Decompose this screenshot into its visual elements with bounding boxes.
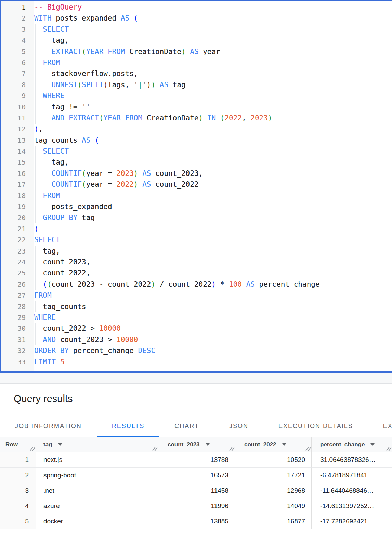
cell-tag: docker <box>36 514 158 529</box>
code-text: AND count_2023 > 10000 <box>34 334 138 345</box>
code-text: tag != '' <box>34 102 90 113</box>
code-line-12[interactable]: 12), <box>1 124 392 134</box>
table-row: 2spring-boot1657317721-6.47818971841… <box>0 468 392 483</box>
tab-execution-details[interactable]: EXECUTION DETAILS <box>263 415 368 437</box>
line-number: 33 <box>1 356 34 367</box>
panel-splitter[interactable] <box>0 373 392 384</box>
column-label: count_2023 <box>168 441 200 448</box>
code-line-7[interactable]: 7 stackoverflow.posts, <box>1 68 392 79</box>
code-line-31[interactable]: 31 AND count_2023 > 10000 <box>1 334 392 345</box>
column-dropdown-icon[interactable] <box>370 443 375 446</box>
column-resize-handle-icon[interactable] <box>30 447 35 451</box>
results-table: Rowtagcount_2023count_2022percent_change… <box>0 437 392 529</box>
cell-count_2022: 12968 <box>235 483 312 498</box>
table-header-row: Rowtagcount_2023count_2022percent_change <box>0 437 392 452</box>
code-line-3[interactable]: 3 SELECT <box>1 24 392 35</box>
code-line-26[interactable]: 26 ((count_2023 - count_2022) / count_20… <box>1 279 392 290</box>
cell-percent_change: -11.6440468846… <box>312 483 392 498</box>
code-text: COUNTIF(year = 2023) AS count_2023, <box>34 168 203 179</box>
code-text: ORDER BY percent_change DESC <box>34 345 155 356</box>
indent-guide <box>35 146 36 157</box>
indent-guide <box>44 35 44 46</box>
code-line-4[interactable]: 4 tag, <box>1 35 392 46</box>
code-line-15[interactable]: 15 tag, <box>1 157 392 168</box>
indent-guide <box>44 201 44 212</box>
code-text: tag, <box>34 157 69 168</box>
tab-job-information[interactable]: JOB INFORMATION <box>0 415 97 437</box>
code-text: stackoverflow.posts, <box>34 68 138 79</box>
indent-guide <box>35 46 36 57</box>
code-text: SELECT <box>34 146 69 157</box>
column-resize-handle-icon[interactable] <box>229 447 234 451</box>
cell-row: 4 <box>0 498 36 514</box>
column-dropdown-icon[interactable] <box>206 443 210 446</box>
code-line-21[interactable]: 21) <box>1 223 392 234</box>
column-resize-handle-icon[interactable] <box>386 447 391 451</box>
indent-guide <box>44 168 44 179</box>
line-number: 10 <box>1 102 34 113</box>
tab-results[interactable]: RESULTS <box>97 415 160 437</box>
code-line-24[interactable]: 24 count_2023, <box>1 257 392 268</box>
table-row: 4azure1199614049-14.6131397252… <box>0 498 392 514</box>
code-line-16[interactable]: 16 COUNTIF(year = 2023) AS count_2023, <box>1 168 392 179</box>
code-line-18[interactable]: 18 FROM <box>1 190 392 201</box>
sql-editor[interactable]: 1-- BigQuery2WITH posts_expanded AS (3 S… <box>0 0 392 373</box>
code-text: GROUP BY tag <box>34 212 95 223</box>
column-header-count_2023[interactable]: count_2023 <box>158 437 235 452</box>
column-dropdown-icon[interactable] <box>282 443 286 446</box>
code-line-2[interactable]: 2WITH posts_expanded AS ( <box>1 13 392 24</box>
code-line-32[interactable]: 32ORDER BY percent_change DESC <box>1 345 392 356</box>
code-line-29[interactable]: 29WHERE <box>1 312 392 323</box>
code-line-23[interactable]: 23 tag, <box>1 246 392 257</box>
cell-row: 1 <box>0 452 36 468</box>
code-line-14[interactable]: 14 SELECT <box>1 146 392 157</box>
tab-chart[interactable]: CHART <box>159 415 214 437</box>
code-line-25[interactable]: 25 count_2022, <box>1 268 392 278</box>
code-line-6[interactable]: 6 FROM <box>1 57 392 68</box>
cell-count_2022: 16877 <box>235 514 312 529</box>
line-number: 1 <box>1 2 34 13</box>
line-number: 32 <box>1 345 34 356</box>
column-header-tag[interactable]: tag <box>36 437 158 452</box>
column-header-row[interactable]: Row <box>0 437 36 452</box>
tab-ex[interactable]: EX <box>368 415 392 437</box>
cell-row: 2 <box>0 468 36 483</box>
column-resize-handle-icon[interactable] <box>152 447 157 451</box>
code-line-8[interactable]: 8 UNNEST(SPLIT(Tags, '|')) AS tag <box>1 79 392 90</box>
column-dropdown-icon[interactable] <box>58 443 62 446</box>
column-header-percent_change[interactable]: percent_change <box>312 437 392 452</box>
code-lines: 1-- BigQuery2WITH posts_expanded AS (3 S… <box>1 2 392 367</box>
column-label: Row <box>5 441 18 448</box>
code-line-20[interactable]: 20 GROUP BY tag <box>1 212 392 223</box>
cell-tag: spring-boot <box>36 468 158 483</box>
code-line-10[interactable]: 10 tag != '' <box>1 102 392 113</box>
column-resize-handle-icon[interactable] <box>305 447 310 451</box>
results-header: Query results <box>0 384 392 415</box>
code-line-5[interactable]: 5 EXTRACT(YEAR FROM CreationDate) AS yea… <box>1 46 392 57</box>
line-number: 21 <box>1 223 34 234</box>
cell-count_2023: 13788 <box>158 452 235 468</box>
cell-count_2023: 11458 <box>158 483 235 498</box>
line-number: 29 <box>1 312 34 323</box>
code-line-1[interactable]: 1-- BigQuery <box>1 2 392 13</box>
cell-count_2022: 17721 <box>235 468 312 483</box>
code-line-19[interactable]: 19 posts_expanded <box>1 201 392 212</box>
column-header-count_2022[interactable]: count_2022 <box>235 437 312 452</box>
code-line-22[interactable]: 22SELECT <box>1 234 392 245</box>
code-line-30[interactable]: 30 count_2022 > 10000 <box>1 323 392 334</box>
indent-guide <box>44 68 44 79</box>
code-line-17[interactable]: 17 COUNTIF(year = 2022) AS count_2022 <box>1 179 392 190</box>
code-line-9[interactable]: 9 WHERE <box>1 90 392 101</box>
indent-guide <box>35 301 36 312</box>
code-line-33[interactable]: 33LIMIT 5 <box>1 356 392 367</box>
cell-percent_change: 31.06463878326… <box>312 452 392 468</box>
code-line-13[interactable]: 13tag_counts AS ( <box>1 135 392 146</box>
code-line-11[interactable]: 11 AND EXTRACT(YEAR FROM CreationDate) I… <box>1 113 392 124</box>
code-line-27[interactable]: 27FROM <box>1 290 392 301</box>
line-number: 26 <box>1 279 34 290</box>
indent-guide <box>44 157 44 168</box>
code-line-28[interactable]: 28 tag_counts <box>1 301 392 312</box>
tab-json[interactable]: JSON <box>214 415 263 437</box>
cell-tag: azure <box>36 498 158 514</box>
code-text: UNNEST(SPLIT(Tags, '|')) AS tag <box>34 79 186 90</box>
